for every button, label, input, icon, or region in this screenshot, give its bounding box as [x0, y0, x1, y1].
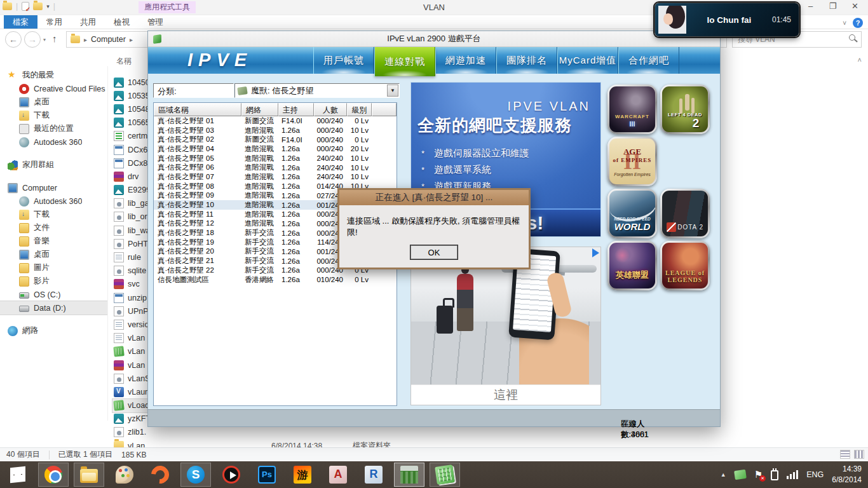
ribbon-tab[interactable]: 管理 — [139, 15, 172, 29]
pes2014-icon[interactable] — [394, 463, 424, 487]
file-row[interactable]: zlib1. — [112, 426, 405, 439]
game-tile[interactable]: LEFT 4 DEAD 2 — [660, 85, 710, 134]
maximize-button[interactable]: ❐ — [824, 0, 842, 14]
details-view-button[interactable] — [840, 450, 850, 459]
sidebar-item[interactable]: 桌面 — [0, 95, 107, 109]
game-room-row[interactable]: 真·信長之野望 06 進階混戰 1.26a 240/240 10 Lv — [154, 163, 397, 172]
sidebar-item[interactable]: 圖片 — [0, 261, 107, 274]
sidebar-section-header[interactable]: 網路 — [0, 324, 107, 337]
action-center-flag-icon[interactable]: ⚑ — [754, 469, 763, 480]
minimize-button[interactable]: – — [801, 0, 820, 14]
language-indicator[interactable]: ENG — [806, 470, 824, 479]
room-network: 新手交流 — [241, 228, 278, 238]
skype-icon[interactable] — [180, 463, 211, 487]
chevron-down-icon[interactable]: ˅ — [843, 20, 846, 27]
revit-icon[interactable] — [358, 463, 389, 487]
sidebar-item[interactable]: 下載 — [0, 208, 107, 221]
network-signal-icon[interactable] — [787, 470, 798, 479]
header-players[interactable]: 人數 — [314, 103, 347, 116]
file-name: zlib1. — [128, 428, 146, 437]
menu-item[interactable]: 連線對戰 — [374, 47, 435, 76]
close-button[interactable]: ✕ — [846, 0, 864, 14]
room-name: 真·信長之野望 10 — [154, 200, 241, 210]
sidebar-item[interactable]: 文件 — [0, 221, 107, 234]
up-button[interactable]: ↑ — [52, 33, 57, 44]
dropdown-arrow-button[interactable]: ▼ — [387, 85, 398, 97]
vlan-adapter-icon[interactable] — [430, 463, 460, 487]
sidebar-section-header[interactable]: Computer — [0, 181, 107, 194]
breadcrumb-computer[interactable]: Computer — [91, 35, 126, 44]
photoshop-icon[interactable] — [252, 463, 282, 487]
header-level[interactable]: 級別 — [347, 103, 372, 116]
sidebar-section-header[interactable]: 我的最愛 — [0, 69, 107, 82]
ribbon-tab[interactable]: 常用 — [37, 15, 71, 29]
hidden-icons-arrow[interactable]: ▲ — [721, 471, 726, 478]
sidebar-item[interactable]: 最近的位置 — [0, 122, 107, 135]
game-room-row[interactable]: 信長地圖測試區 香港網絡 1.26a 010/240 0 Lv — [154, 275, 397, 285]
menu-item[interactable]: MyCard增值 — [557, 47, 618, 74]
sidebar-item[interactable]: 音樂 — [0, 234, 107, 248]
forward-button[interactable]: → — [24, 31, 41, 48]
menu-item[interactable]: 合作網吧 — [618, 47, 679, 74]
scroll-up-arrow[interactable]: ˄ — [858, 56, 862, 64]
game-you-icon[interactable] — [287, 463, 318, 487]
thumbnail-view-button[interactable] — [854, 450, 864, 459]
game-room-row[interactable]: 真·信長之野望 03 進階混戰 1.26a 000/240 10 Lv — [154, 126, 397, 135]
menu-item[interactable]: 網遊加速 — [435, 47, 496, 74]
app-glyph — [187, 466, 205, 484]
sidebar-item[interactable]: 下載 — [0, 109, 107, 122]
sidebar-item[interactable]: Data (D:) — [0, 301, 107, 315]
game-tile[interactable]: II AGE of EMPIRES Forgotten Empires — [607, 137, 657, 186]
game-titlebar[interactable]: IPvE vLan 2900 遊戲平台 — [148, 31, 720, 47]
menu-item[interactable]: 團隊排名 — [496, 47, 557, 74]
paint-icon[interactable] — [109, 463, 140, 487]
game-tile[interactable]: NEED FOR SPEED WORLD — [607, 189, 657, 238]
ribbon-tab[interactable]: 檔案 — [4, 15, 37, 29]
game-room-row[interactable]: 真·信長之野望 05 進階混戰 1.26a 240/240 10 Lv — [154, 154, 397, 163]
game-room-row[interactable]: 真·信長之野望 07 進階混戰 1.26a 240/240 10 Lv — [154, 172, 397, 182]
adchoices-icon[interactable] — [592, 248, 599, 257]
back-button[interactable]: ← — [5, 31, 22, 48]
ribbon-tab[interactable]: 共用 — [71, 15, 105, 29]
file-explorer-icon[interactable] — [74, 463, 104, 487]
menu-item[interactable]: 用戶帳號 — [313, 47, 374, 74]
help-icon[interactable]: ? — [853, 18, 863, 28]
sidebar-item[interactable]: 影片 — [0, 274, 107, 288]
call-notification-toast[interactable]: Io Chun fai 01:45 — [654, 3, 799, 37]
sidebar-item[interactable]: Autodesk 360 — [0, 194, 107, 208]
advertisement[interactable]: 這裡 — [410, 247, 601, 405]
vlan-tray-icon[interactable] — [734, 470, 747, 480]
header-host[interactable]: 主持 — [278, 103, 314, 116]
media-player-icon[interactable] — [216, 463, 247, 487]
search-icon[interactable] — [847, 33, 861, 46]
tray-clock[interactable]: 14:39 6/8/2014 — [832, 464, 862, 486]
sidebar-item[interactable]: 桌面 — [0, 248, 107, 261]
game-tile[interactable]: LEAGUE of LEGENDS — [660, 241, 710, 290]
sidebar-section-label: 我的最愛 — [22, 70, 54, 81]
sidebar-item[interactable]: OS (C:) — [0, 288, 107, 301]
room-name: 真·信長之野望 22 — [154, 266, 241, 275]
power-icon[interactable] — [771, 470, 778, 480]
ok-button[interactable]: OK — [410, 245, 458, 260]
start-button[interactable] — [3, 463, 33, 487]
category-dropdown[interactable]: 魔獸: 信長之野望 ▼ — [234, 83, 400, 98]
column-header-name[interactable]: 名稱 — [116, 56, 132, 67]
ribbon-tab[interactable]: 檢視 — [105, 15, 139, 29]
header-region[interactable]: 區域名稱 — [154, 103, 241, 116]
game-tile[interactable]: WARCRAFT III — [607, 85, 657, 134]
chrome-icon[interactable] — [38, 463, 69, 487]
header-network[interactable]: 網絡 — [241, 103, 278, 116]
game-tile-art: WARCRAFT III — [609, 86, 655, 132]
game-room-row[interactable]: 真·信長之野望 04 進階混戰 1.26a 000/240 20 Lv — [154, 144, 397, 154]
sidebar-item[interactable]: Autodesk 360 — [0, 135, 107, 149]
sidebar-item[interactable]: Creative Cloud Files — [0, 82, 107, 95]
game-room-row[interactable]: 真·信長之野望 02 新圖交流 F14.0I 000/240 0 Lv — [154, 135, 397, 144]
game-room-row[interactable]: 真·信長之野望 01 新圖交流 F14.0I 000/240 0 Lv — [154, 116, 397, 126]
game-tile[interactable]: DOTA 2 — [660, 189, 710, 238]
game-tile[interactable]: 英雄聯盟 — [607, 241, 657, 290]
autocad-icon[interactable] — [323, 463, 353, 487]
history-caret[interactable]: ▾ — [43, 37, 46, 43]
dialog-titlebar[interactable]: 正在進入 [真·信長之野望 10] ... — [339, 190, 529, 205]
sidebar-section-header[interactable]: 家用群組 — [0, 158, 107, 172]
origin-icon[interactable] — [145, 463, 175, 487]
